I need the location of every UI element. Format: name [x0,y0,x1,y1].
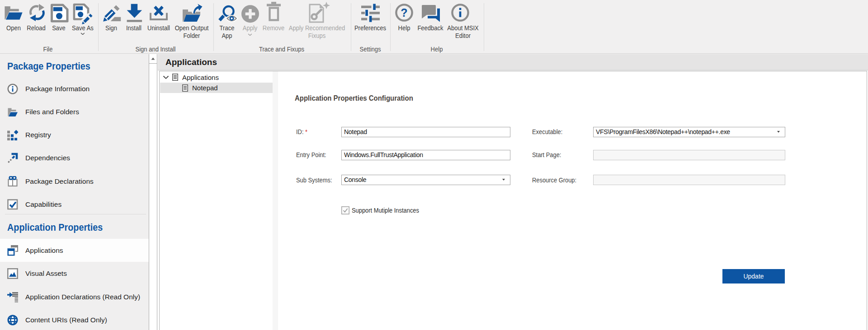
svg-text:?: ? [401,6,407,19]
